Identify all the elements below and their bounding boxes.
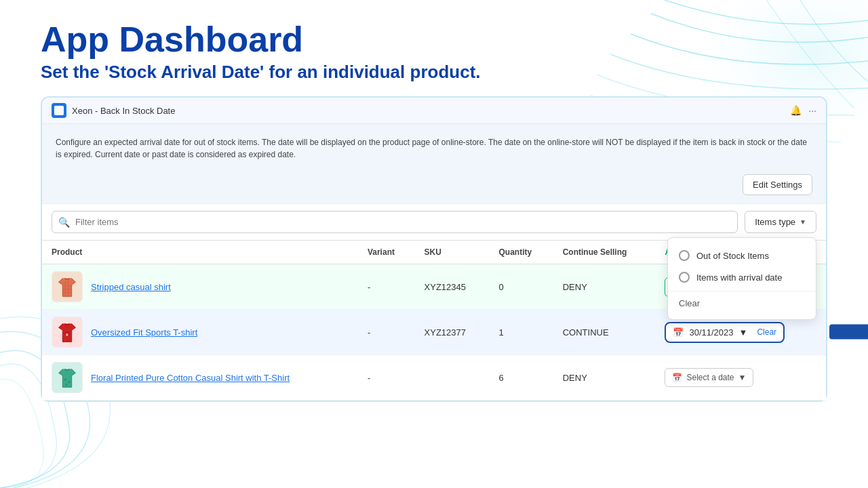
- dropdown-option-out-of-stock-label: Out of Stock Items: [696, 251, 769, 261]
- sku-cell-3: [415, 355, 490, 401]
- product-image-1: [52, 271, 83, 302]
- header: App Dashboard Set the 'Stock Arrival Dat…: [0, 0, 868, 96]
- items-type-button[interactable]: Items type ▼: [745, 211, 816, 233]
- window-titlebar: Xeon - Back In Stock Date 🔔 ···: [42, 98, 826, 124]
- quantity-cell-1: 0: [489, 264, 553, 310]
- radio-out-of-stock[interactable]: [679, 250, 690, 261]
- page-subtitle: Set the 'Stock Arrival Date' for an indi…: [41, 62, 827, 83]
- variant-cell-1: -: [358, 264, 415, 310]
- dropdown-option-with-arrival[interactable]: Items with arrival date: [668, 266, 816, 288]
- chevron-down-icon: ▼: [800, 218, 806, 226]
- titlebar-left: Xeon - Back In Stock Date: [52, 103, 175, 118]
- variant-cell-2: -: [358, 310, 415, 355]
- arrow-indicator: [829, 318, 868, 347]
- col-header-product: Product: [42, 241, 358, 264]
- more-options-icon[interactable]: ···: [808, 105, 816, 116]
- sku-cell-1: XYZ12345: [415, 264, 490, 310]
- product-image-2: R: [52, 317, 83, 348]
- sku-cell-2: XYZ12377: [415, 310, 490, 355]
- date-value-2: 30/11/2023: [689, 327, 733, 338]
- date-chevron-3: ▼: [738, 373, 747, 382]
- search-icon: 🔍: [58, 217, 70, 228]
- svg-text:R: R: [66, 333, 68, 337]
- svg-rect-12: [829, 325, 868, 340]
- page-title: App Dashboard: [41, 20, 827, 59]
- filter-container: 🔍 Items type ▼ Out of Stock Items Items …: [42, 203, 826, 240]
- select-date-label: Select a date: [686, 373, 734, 382]
- product-cell-inner-2: R Oversized Fit Sports T-shirt: [52, 317, 349, 348]
- product-cell-3: Floral Printed Pure Cotton Casual Shirt …: [42, 355, 358, 401]
- col-header-quantity: Quantity: [489, 241, 553, 264]
- edit-settings-button[interactable]: Edit Settings: [743, 174, 812, 195]
- continue-selling-cell-3: DENY: [553, 355, 656, 401]
- variant-cell-3: -: [358, 355, 415, 401]
- date-chevron-2: ▼: [739, 327, 748, 338]
- window-app-icon: [52, 103, 66, 118]
- dropdown-clear-button[interactable]: Clear: [668, 294, 816, 312]
- product-link-2[interactable]: Oversized Fit Sports T-shirt: [91, 327, 197, 338]
- titlebar-right: 🔔 ···: [790, 105, 816, 116]
- product-cell-1: Stripped casual shirt: [42, 264, 358, 310]
- calendar-icon-3: 📅: [672, 373, 682, 382]
- search-input[interactable]: [52, 211, 738, 233]
- quantity-cell-2: 1: [489, 310, 553, 355]
- info-description: Configure an expected arrival date for o…: [56, 136, 812, 169]
- dropdown-option-out-of-stock[interactable]: Out of Stock Items: [668, 245, 816, 266]
- col-header-variant: Variant: [358, 241, 415, 264]
- app-content-area: Configure an expected arrival date for o…: [42, 124, 826, 203]
- window-icon-inner: [54, 106, 64, 115]
- product-cell-2: R Oversized Fit Sports T-shirt: [42, 310, 358, 355]
- items-type-label: Items type: [755, 217, 795, 227]
- product-link-1[interactable]: Stripped casual shirt: [91, 282, 171, 292]
- dropdown-option-arrival-label: Items with arrival date: [696, 272, 782, 283]
- date-picker-highlighted-2[interactable]: 📅 30/11/2023 ▼ Clear: [665, 322, 785, 343]
- svg-point-17: [68, 381, 71, 384]
- dropdown-divider: [668, 291, 816, 291]
- calendar-icon-2: 📅: [673, 327, 684, 338]
- continue-selling-cell-2: CONTINUE: [553, 310, 656, 355]
- product-link-3[interactable]: Floral Printed Pure Cotton Casual Shirt …: [91, 373, 290, 383]
- select-date-button-3[interactable]: 📅 Select a date ▼: [665, 368, 753, 387]
- app-window: Xeon - Back In Stock Date 🔔 ··· Configur…: [41, 96, 827, 402]
- col-header-continue-selling: Continue Selling: [553, 241, 656, 264]
- col-header-sku: SKU: [415, 241, 490, 264]
- window-title: Xeon - Back In Stock Date: [72, 106, 175, 116]
- filter-bar: 🔍 Items type ▼: [42, 203, 826, 240]
- settings-bar: Edit Settings: [56, 169, 812, 203]
- svg-point-18: [65, 384, 68, 386]
- product-cell-inner-1: Stripped casual shirt: [52, 271, 349, 302]
- arriving-cell-3: 📅 Select a date ▼: [655, 355, 826, 401]
- table-container: 🔍 Items type ▼ Out of Stock Items Items …: [42, 203, 826, 401]
- product-cell-inner-3: Floral Printed Pure Cotton Casual Shirt …: [52, 362, 349, 393]
- search-wrapper: 🔍: [52, 211, 738, 233]
- notification-icon[interactable]: 🔔: [790, 105, 802, 116]
- table-row: Floral Printed Pure Cotton Casual Shirt …: [42, 355, 826, 401]
- product-image-3: [52, 362, 83, 393]
- svg-point-16: [64, 378, 66, 381]
- items-type-dropdown: Out of Stock Items Items with arrival da…: [667, 237, 816, 320]
- clear-date-link-2[interactable]: Clear: [757, 327, 776, 337]
- continue-selling-cell-1: DENY: [553, 264, 656, 310]
- radio-with-arrival[interactable]: [679, 272, 690, 283]
- quantity-cell-3: 6: [489, 355, 553, 401]
